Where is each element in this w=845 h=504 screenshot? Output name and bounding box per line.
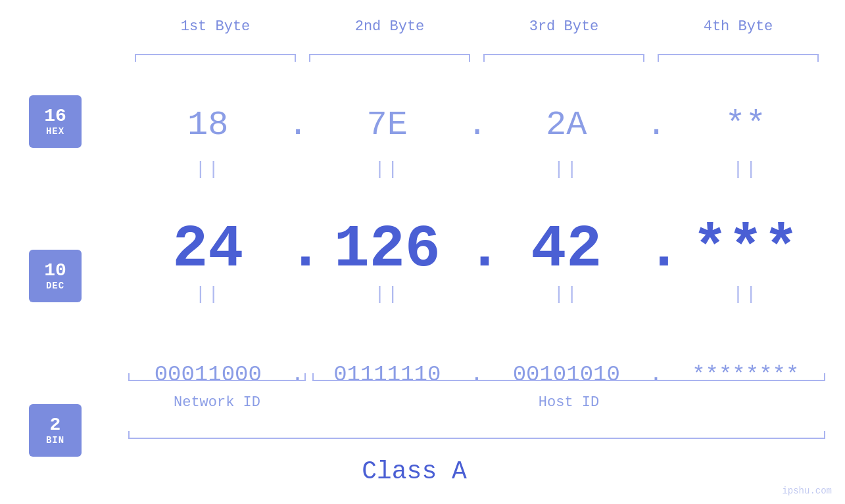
id-labels: Network ID Host ID [128,394,825,411]
full-bracket [128,431,825,439]
eq1-b2: || [308,159,468,179]
byte2-header: 2nd Byte [302,18,477,35]
top-bracket-4 [658,54,819,62]
dec-b1: 24 [128,216,288,283]
dec-dot1: . [288,216,308,283]
host-bracket [312,373,825,381]
dec-dot3: . [646,216,666,283]
host-id-label: Host ID [312,394,825,411]
hex-number: 16 [44,106,66,127]
dec-badge: 10 DEC [29,250,82,302]
bin-name: BIN [46,435,64,446]
eq2-b3: || [487,284,646,304]
byte1-header: 1st Byte [128,18,302,35]
hex-row: 18 . 7E . 2A . ** [128,92,825,158]
dec-row: 24 . 126 . 42 . *** [128,217,825,283]
eq2-b4: || [666,284,826,304]
eq1-b3: || [487,159,646,179]
top-bracket-2 [309,54,470,62]
dec-b4: *** [666,216,826,283]
hex-badge: 16 HEX [29,95,82,148]
hex-b4: ** [666,106,826,145]
main-container: 1st Byte 2nd Byte 3rd Byte 4th Byte 16 H… [0,0,845,504]
base-labels: 16 HEX 10 DEC 2 BIN [29,95,82,457]
dec-b2: 126 [308,216,468,283]
bottom-brackets [128,373,825,381]
hex-b1: 18 [128,106,288,145]
eq2-b2: || [308,284,468,304]
bin-badge: 2 BIN [29,404,82,457]
top-bracket-3 [483,54,644,62]
equals-row-2: || || || || [128,283,825,306]
hex-b3: 2A [487,106,646,145]
eq2-b1: || [128,284,288,304]
dec-dot2: . [467,216,487,283]
hex-dot2: . [467,106,487,145]
top-brackets [128,54,825,62]
dec-b3: 42 [487,216,646,283]
byte-headers: 1st Byte 2nd Byte 3rd Byte 4th Byte [128,18,825,35]
class-label: Class A [0,457,829,486]
hex-b2: 7E [308,106,468,145]
equals-row-1: || || || || [128,158,825,181]
hex-dot1: . [288,106,308,145]
byte3-header: 3rd Byte [477,18,651,35]
dec-number: 10 [44,261,66,281]
top-bracket-1 [135,54,296,62]
bin-number: 2 [50,415,61,436]
rows-container: 18 . 7E . 2A . ** || || || || [128,92,825,407]
eq1-b4: || [666,159,826,179]
network-bracket [128,373,306,381]
byte4-header: 4th Byte [651,18,825,35]
eq1-b1: || [128,159,288,179]
dec-name: DEC [46,281,64,291]
hex-dot3: . [646,106,666,145]
hex-name: HEX [46,126,64,137]
watermark: ipshu.com [782,486,832,496]
network-id-label: Network ID [128,394,306,411]
